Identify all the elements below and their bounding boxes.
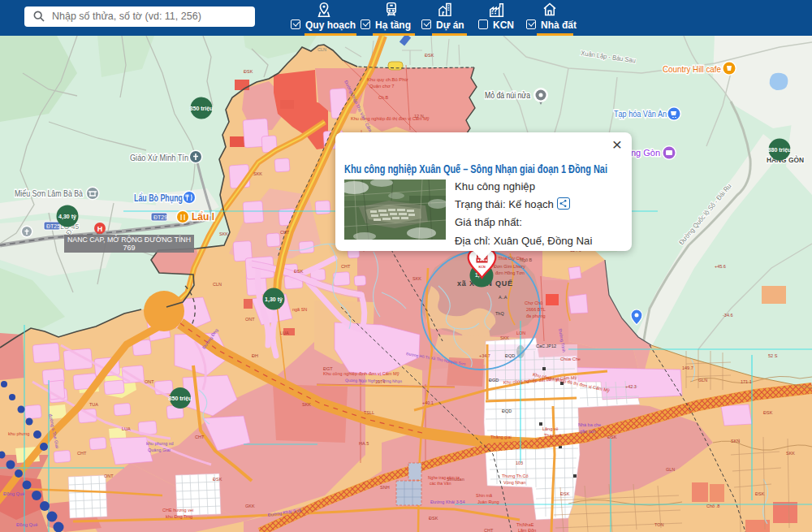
svg-text:ĐSK: ĐSK bbox=[607, 435, 617, 439]
svg-text:đa phưng: đa phưng bbox=[526, 314, 546, 318]
svg-text:ĐSK: ĐSK bbox=[244, 69, 253, 74]
svg-text:Shin mã: Shin mã bbox=[476, 493, 493, 498]
svg-text:ĐSK: ĐSK bbox=[213, 477, 222, 482]
svg-text:+45.6: +45.6 bbox=[715, 264, 726, 269]
svg-text:Lẩu Bò Phụng: Lẩu Bò Phụng bbox=[134, 192, 183, 204]
svg-text:đơn Hồng Tơn: đơn Hồng Tơn bbox=[495, 270, 525, 275]
svg-text:Khu quy ch.Bô Phiz: Khu quy ch.Bô Phiz bbox=[367, 77, 408, 82]
svg-text:Lầm Đốn: Lầm Đốn bbox=[518, 528, 536, 532]
svg-text:Khu công nghiệp định đơn vị Cẩ: Khu công nghiệp định đơn vị Cẩm Mỹ bbox=[323, 371, 400, 376]
svg-text:Nghe trag cảm tơ: Nghe trag cảm tơ bbox=[428, 475, 460, 480]
svg-text:Đồng Quê: Đồng Quê bbox=[16, 522, 37, 527]
svg-text:Thăng giai: Thăng giai bbox=[490, 435, 512, 439]
svg-text:Ch.B: Ch.B bbox=[378, 95, 389, 100]
svg-text:-34.6: -34.6 bbox=[723, 313, 733, 318]
svg-text:khu phưng xd: khu phưng xd bbox=[146, 441, 174, 446]
svg-text:ĐSK: ĐSK bbox=[763, 410, 773, 415]
svg-text:TUA: TUA bbox=[89, 402, 98, 407]
svg-text:ThQ: ThQ bbox=[495, 311, 504, 316]
svg-text:ĐH: ĐH bbox=[252, 353, 258, 358]
svg-text:880 triệu: 880 triệu bbox=[768, 147, 792, 153]
svg-text:CHT: CHT bbox=[280, 230, 290, 235]
svg-text:SKN: SKN bbox=[731, 439, 740, 443]
svg-text:SKK: SKK bbox=[500, 335, 509, 340]
svg-text:GLN: GLN bbox=[698, 378, 707, 383]
svg-text:Chùa Che: Chùa Che bbox=[560, 357, 581, 361]
svg-text:171.1: 171.1 bbox=[741, 379, 752, 384]
svg-text:TON: TON bbox=[654, 522, 664, 527]
svg-text:ONT: ONT bbox=[104, 474, 114, 478]
svg-text:Tạp hóa Vân An: Tạp hóa Vân An bbox=[614, 109, 667, 119]
svg-text:+40.1: +40.1 bbox=[422, 400, 434, 405]
svg-text:SKK: SKK bbox=[302, 402, 311, 407]
svg-text:4,30 tỷ: 4,30 tỷ bbox=[58, 214, 76, 220]
svg-text:CLN: CLN bbox=[317, 47, 326, 52]
svg-text:ĐT29: ĐT29 bbox=[153, 214, 167, 220]
svg-text:149.7: 149.7 bbox=[682, 365, 693, 370]
svg-text:+42.3: +42.3 bbox=[625, 384, 637, 389]
svg-text:SKK: SKK bbox=[412, 276, 421, 281]
svg-text:ĐSK: ĐSK bbox=[429, 516, 438, 521]
svg-text:Miếu Sơn Lâm Bà Bà: Miếu Sơn Lâm Bà Bà bbox=[15, 188, 84, 198]
svg-text:CHT: CHT bbox=[341, 264, 351, 269]
svg-text:Quảng Giai: Quảng Giai bbox=[148, 448, 171, 452]
svg-text:850 triệu: 850 triệu bbox=[169, 396, 192, 401]
svg-text:SKK: SKK bbox=[786, 451, 795, 456]
svg-text:Quang Ngải Ngõ x - Tring Nhạn: Quang Ngải Ngõ x - Tring Nhạn bbox=[345, 378, 402, 383]
svg-text:CLN: CLN bbox=[213, 282, 222, 287]
svg-text:Thạc mã: Thạc mã bbox=[544, 433, 562, 438]
svg-text:ĐSK: ĐSK bbox=[560, 491, 570, 496]
svg-text:ĐSK: ĐSK bbox=[294, 269, 304, 274]
svg-text:1,30 tỷ: 1,30 tỷ bbox=[265, 296, 283, 303]
svg-text:gần con: gần con bbox=[580, 429, 596, 434]
svg-text:ĐT25: ĐT25 bbox=[46, 223, 60, 229]
svg-text:Ngõ B: Ngõ B bbox=[520, 257, 533, 262]
svg-text:LON: LON bbox=[516, 331, 525, 335]
svg-text:Thưng Th.Cổ: Thưng Th.Cổ bbox=[502, 474, 529, 478]
svg-text:Nhà ba che: Nhà ba che bbox=[578, 422, 601, 427]
svg-text:A..A: A..A bbox=[499, 295, 508, 300]
svg-text:các tha Văn: các tha Văn bbox=[430, 481, 451, 486]
svg-text:Lẩu l: Lẩu l bbox=[192, 211, 214, 223]
svg-text:CHT: CHT bbox=[195, 435, 205, 439]
svg-text:ĐSK: ĐSK bbox=[425, 53, 434, 58]
svg-text:Đơn Gìm Lhsiry: Đơn Gìm Lhsiry bbox=[494, 264, 525, 269]
svg-text:GKK: GKK bbox=[245, 504, 255, 508]
svg-text:ngã SN: ngã SN bbox=[292, 307, 307, 312]
svg-text:LUA: LUA bbox=[280, 331, 289, 335]
svg-text:CHT: CHT bbox=[484, 528, 494, 532]
svg-text:Mỏ đá núi nửa: Mỏ đá núi nửa bbox=[485, 90, 531, 100]
svg-text:Quận chơ 7: Quận chơ 7 bbox=[369, 84, 395, 89]
svg-text:LUA: LUA bbox=[122, 426, 131, 431]
svg-text:GLN: GLN bbox=[666, 467, 675, 472]
svg-text:52 S: 52 S bbox=[768, 353, 778, 358]
svg-text:103: 103 bbox=[516, 461, 523, 465]
svg-text:Lặng vệ: Lặng vệ bbox=[542, 426, 559, 431]
svg-text:Vòng Nhạn: Vòng Nhạn bbox=[503, 480, 526, 485]
svg-text:ĐSK: ĐSK bbox=[755, 491, 765, 496]
svg-text:+34.7: +34.7 bbox=[479, 353, 490, 358]
svg-text:ONT: ONT bbox=[145, 379, 154, 384]
svg-text:Juản Rụng: Juản Rụng bbox=[477, 500, 499, 504]
svg-text:Country Hill cafe: Country Hill cafe bbox=[663, 64, 721, 74]
svg-text:CaC.JP12: CaC.JP12 bbox=[536, 344, 556, 348]
svg-text:KCN: KCN bbox=[479, 266, 486, 269]
svg-text:Chổ .8: Chổ .8 bbox=[706, 504, 719, 508]
svg-text:Chợ Chũ: Chợ Chũ bbox=[525, 301, 542, 305]
svg-text:CHT: CHT bbox=[77, 451, 87, 456]
svg-text:CHE hương vei: CHE hương vei bbox=[162, 508, 193, 513]
svg-text:SNH: SNH bbox=[380, 485, 390, 490]
svg-text:Đồng Quê: Đồng Quê bbox=[3, 491, 24, 496]
svg-text:ng Gòn: ng Gòn bbox=[631, 148, 660, 158]
svg-text:Giáo Xứ Minh Tín: Giáo Xứ Minh Tín bbox=[130, 153, 188, 162]
svg-text:769: 769 bbox=[123, 244, 135, 252]
svg-text:H: H bbox=[97, 225, 103, 233]
svg-text:ĐQD: ĐQD bbox=[505, 353, 515, 358]
svg-text:HA.5: HA.5 bbox=[359, 441, 369, 446]
svg-text:2666 BTL: 2666 BTL bbox=[526, 307, 546, 312]
svg-text:850 triệu: 850 triệu bbox=[190, 106, 214, 111]
svg-text:khu Đng Trng: khu Đng Trng bbox=[166, 514, 192, 519]
svg-text:SKK: SKK bbox=[219, 231, 228, 236]
svg-text:ONT: ONT bbox=[245, 317, 255, 322]
svg-text:Đường Khải 3-54: Đường Khải 3-54 bbox=[430, 500, 464, 504]
